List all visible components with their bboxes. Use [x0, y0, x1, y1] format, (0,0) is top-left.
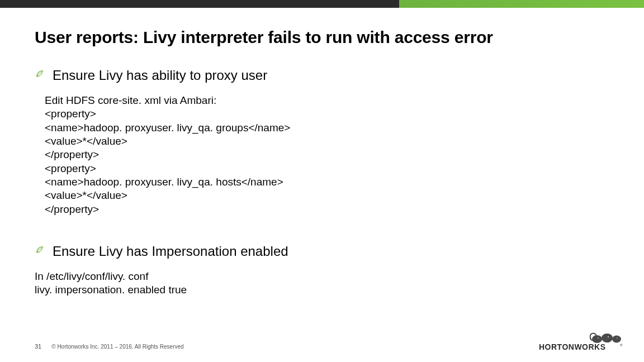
code-line: In /etc/livy/conf/livy. conf — [35, 270, 609, 283]
slide: User reports: Livy interpreter fails to … — [0, 0, 644, 362]
bullet-text-2: Ensure Livy has Impersonation enabled — [53, 243, 288, 260]
copyright-text: © Hortonworks Inc. 2011 – 2016. All Righ… — [51, 344, 183, 350]
code-block-2: In /etc/livy/conf/livy. conf livy. imper… — [35, 270, 609, 297]
svg-point-8 — [617, 337, 617, 338]
hortonworks-logo: HORTONWORKS ® — [539, 332, 623, 352]
page-number: 31 — [35, 343, 41, 350]
code-line: <property> — [45, 107, 609, 121]
svg-point-6 — [598, 337, 599, 339]
code-line: <name>hadoop. proxyuser. livy_qa. hosts<… — [45, 175, 609, 189]
top-accent-bar — [0, 0, 644, 8]
code-line: livy. impersonation. enabled true — [35, 283, 609, 297]
leaf-bullet-icon — [36, 70, 45, 80]
code-block-1: Edit HDFS core-site. xml via Ambari: <pr… — [45, 94, 609, 216]
svg-point-7 — [608, 336, 609, 337]
code-line: <name>hadoop. proxyuser. livy_qa. groups… — [45, 121, 609, 135]
svg-text:®: ® — [620, 344, 623, 347]
slide-content: User reports: Livy interpreter fails to … — [35, 28, 609, 297]
code-line: </property> — [45, 148, 609, 161]
slide-title: User reports: Livy interpreter fails to … — [35, 28, 609, 47]
leaf-bullet-icon — [36, 246, 45, 256]
svg-rect-4 — [605, 338, 610, 342]
bullet-item-1: Ensure Livy has ability to proxy user — [36, 67, 609, 84]
code-line: </property> — [45, 203, 609, 216]
svg-text:HORTONWORKS: HORTONWORKS — [539, 342, 606, 351]
code-line: Edit HDFS core-site. xml via Ambari: — [45, 94, 609, 107]
footer: 31 © Hortonworks Inc. 2011 – 2016. All R… — [35, 343, 184, 350]
bullet-item-2: Ensure Livy has Impersonation enabled — [36, 243, 609, 260]
svg-rect-5 — [614, 339, 618, 342]
code-line: <value>*</value> — [45, 189, 609, 202]
code-line: <property> — [45, 162, 609, 175]
code-line: <value>*</value> — [45, 135, 609, 148]
bullet-text-1: Ensure Livy has ability to proxy user — [53, 67, 267, 84]
